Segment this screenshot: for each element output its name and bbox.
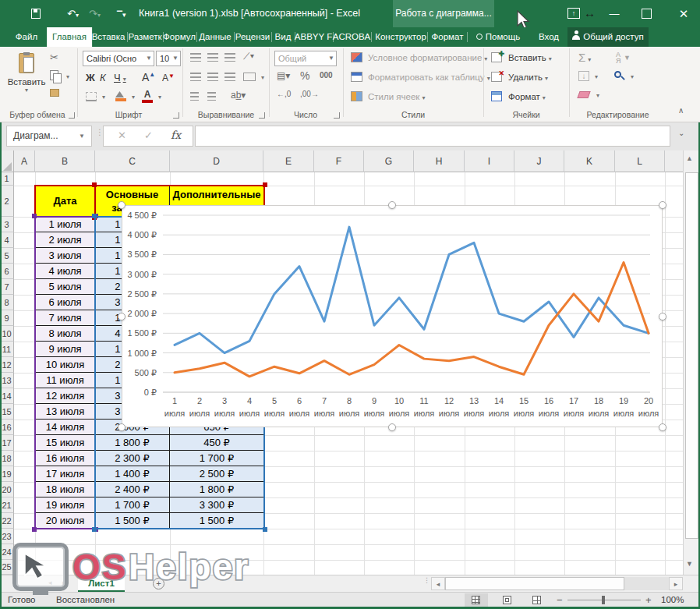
- fill-icon[interactable]: ↓: [578, 71, 589, 81]
- insert-function-icon[interactable]: fx: [171, 129, 181, 141]
- formula-input[interactable]: [195, 126, 670, 147]
- formula-bar-expand-icon[interactable]: ⌄: [678, 129, 684, 137]
- tab-Конструктор[interactable]: Конструктор: [369, 27, 432, 47]
- insert-cells-button[interactable]: Вставить▾: [508, 53, 552, 62]
- range-c3d22-blue-handle[interactable]: [263, 527, 267, 532]
- save-icon[interactable]: [31, 9, 41, 19]
- cell-styles-button[interactable]: Стили ячеек▾: [368, 92, 425, 101]
- conditional-formatting-icon[interactable]: [351, 52, 362, 62]
- tab-help[interactable]: Помощь: [471, 27, 525, 47]
- clipboard-dialog-launcher[interactable]: [69, 112, 75, 119]
- tab-ACROBA[interactable]: ACROBA: [327, 27, 377, 47]
- find-select-icon[interactable]: [614, 71, 621, 78]
- row-header-8[interactable]: 8: [0, 295, 14, 310]
- col-header-C[interactable]: C: [95, 150, 170, 172]
- collapse-ribbon-icon[interactable]: ∧: [678, 106, 684, 115]
- tab-Рецензи[interactable]: Рецензи: [230, 27, 275, 47]
- chart-selection-handle-3[interactable]: [659, 313, 666, 320]
- align-left-icon[interactable]: [190, 73, 201, 81]
- delete-cells-button[interactable]: Удалить▾: [508, 73, 548, 82]
- row-header-22[interactable]: 22: [0, 513, 14, 529]
- number-dialog-launcher[interactable]: [334, 112, 340, 119]
- select-all-corner[interactable]: [0, 150, 14, 172]
- row-header-13[interactable]: 13: [0, 373, 14, 388]
- bold-button[interactable]: Ж: [86, 72, 95, 83]
- page-layout-view-button[interactable]: [496, 593, 519, 607]
- col-header-E[interactable]: E: [263, 150, 314, 172]
- percent-icon[interactable]: %: [300, 69, 309, 82]
- merge-center-icon[interactable]: [243, 73, 256, 81]
- row-header-11[interactable]: 11: [0, 342, 14, 357]
- customize-qat-button[interactable]: ▔▾: [117, 0, 126, 29]
- row-header-5[interactable]: 5: [0, 248, 14, 264]
- sort-filter-icon[interactable]: АЯ: [616, 51, 621, 64]
- autosum-icon[interactable]: Σ▾: [578, 51, 591, 64]
- chart-selection-handle-6[interactable]: [118, 423, 126, 431]
- col-header-L[interactable]: L: [615, 150, 665, 172]
- minimize-button[interactable]: —: [606, 0, 622, 27]
- range-c2d2-red-handle[interactable]: [92, 182, 97, 187]
- format-cells-button[interactable]: Формат▾: [508, 92, 546, 101]
- hscroll-right-icon[interactable]: ▸: [669, 577, 683, 590]
- format-painter-icon[interactable]: [50, 89, 59, 97]
- col-header-G[interactable]: G: [364, 150, 414, 172]
- font-color-icon[interactable]: А: [142, 89, 153, 103]
- row-header-18[interactable]: 18: [0, 451, 14, 466]
- align-center-icon[interactable]: [207, 73, 218, 81]
- range-b3b22-purple-handle[interactable]: [32, 527, 37, 532]
- zoom-out-button[interactable]: −: [557, 594, 563, 606]
- clear-eraser-icon[interactable]: [577, 91, 590, 98]
- col-header-K[interactable]: K: [564, 150, 615, 172]
- col-header-A[interactable]: A: [14, 150, 35, 172]
- share-button[interactable]: Общий доступ: [567, 27, 649, 47]
- tab-file[interactable]: Файл: [6, 27, 47, 47]
- hscroll-thumb[interactable]: [445, 577, 624, 590]
- range-c2d2-red-handle[interactable]: [263, 182, 267, 187]
- page-break-view-button[interactable]: [525, 593, 549, 607]
- hscroll-track[interactable]: [445, 577, 683, 590]
- row-header-23[interactable]: 23: [0, 529, 14, 544]
- row-header-15[interactable]: 15: [0, 404, 14, 420]
- close-button[interactable]: ✕: [675, 0, 692, 27]
- thousands-icon[interactable]: 000: [320, 71, 333, 80]
- align-middle-icon[interactable]: [207, 53, 218, 62]
- font-dialog-launcher[interactable]: [173, 112, 179, 119]
- row-header-17[interactable]: 17: [0, 435, 14, 451]
- zoom-slider-handle[interactable]: [602, 596, 605, 604]
- underline-button[interactable]: Ч▾: [114, 72, 126, 83]
- fill-color-icon[interactable]: [115, 91, 126, 101]
- range-c3d22-blue-handle[interactable]: [92, 214, 97, 218]
- range-c3d22-blue-handle[interactable]: [92, 527, 97, 532]
- increase-decimal-icon[interactable]: ←,0: [277, 90, 291, 98]
- cut-icon[interactable]: ✂: [50, 51, 58, 63]
- decrease-font-icon[interactable]: А▼: [162, 73, 175, 83]
- decrease-decimal-icon[interactable]: ,00→: [300, 90, 319, 98]
- chart-selection-handle-5[interactable]: [388, 423, 396, 431]
- row-header-20[interactable]: 20: [0, 482, 14, 497]
- row-header-3[interactable]: 3: [0, 217, 14, 232]
- delete-cells-icon[interactable]: ✕: [491, 72, 502, 82]
- format-as-table-icon[interactable]: [351, 72, 362, 82]
- copy-icon[interactable]: [50, 70, 58, 80]
- accounting-format-icon[interactable]: ▤▾: [277, 70, 290, 81]
- hscroll-left-icon[interactable]: ◂: [431, 577, 445, 590]
- row-header-21[interactable]: 21: [0, 497, 14, 513]
- row-header-10[interactable]: 10: [0, 326, 14, 342]
- font-size-select[interactable]: 10▼: [156, 51, 181, 66]
- number-format-select[interactable]: Общий▼: [274, 51, 337, 66]
- tab-Главная[interactable]: Главная: [47, 27, 92, 47]
- borders-icon[interactable]: [86, 92, 97, 101]
- chart-selection-handle-0[interactable]: [118, 201, 126, 209]
- zoom-in-button[interactable]: +: [645, 594, 652, 606]
- align-top-icon[interactable]: [190, 53, 201, 62]
- row-header-2[interactable]: 2: [0, 186, 14, 217]
- increase-indent-icon[interactable]: [207, 92, 216, 101]
- tab-Формат[interactable]: Формат: [426, 27, 469, 47]
- range-b3b22-purple[interactable]: [34, 216, 96, 529]
- range-b2-red[interactable]: [34, 185, 96, 218]
- row-header-14[interactable]: 14: [0, 388, 14, 404]
- row-header-16[interactable]: 16: [0, 420, 14, 435]
- row-header-1[interactable]: 1: [0, 172, 14, 186]
- name-box[interactable]: Диаграм...▼: [6, 126, 92, 147]
- cell-styles-icon[interactable]: [351, 91, 362, 101]
